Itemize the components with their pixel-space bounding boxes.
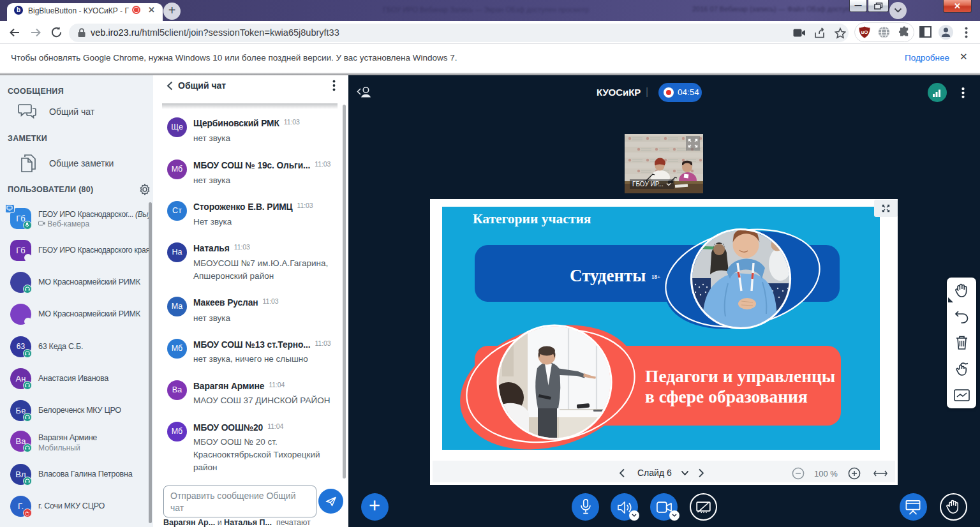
svg-text:uO: uO [861, 29, 868, 35]
svg-text:Педагоги и управленцы: Педагоги и управленцы [645, 366, 835, 386]
svg-text:ГБОУ ИР...: ГБОУ ИР... [632, 181, 664, 188]
svg-text:18+: 18+ [651, 274, 660, 280]
svg-text:Студенты: Студенты [570, 266, 646, 285]
svg-text:в сфере образования: в сфере образования [645, 387, 808, 406]
svg-text:Категории участия: Категории участия [473, 211, 591, 226]
